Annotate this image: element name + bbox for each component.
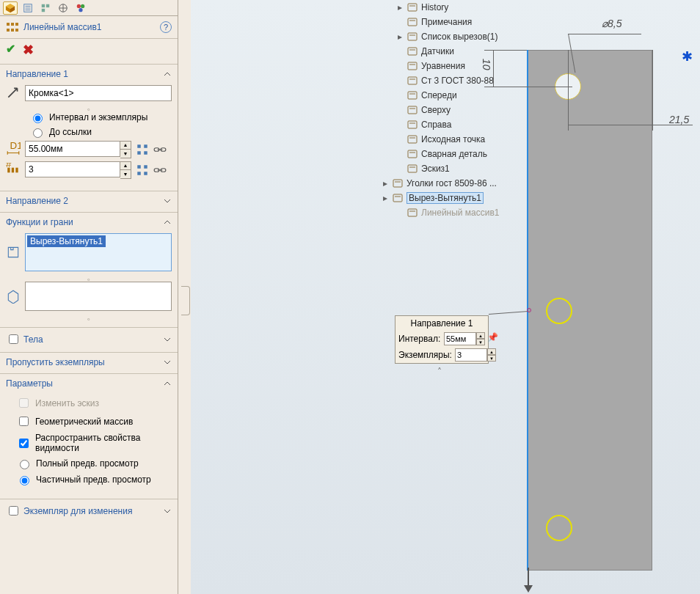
tree-expand-icon[interactable]: ▸ [396,32,404,42]
direction-callout[interactable]: Направление 1 Интервал: ▲▼ Экземпляры: ▲… [395,315,489,364]
drag-handle[interactable]: ◦ [78,314,100,318]
section-params-head[interactable]: Параметры [0,374,178,392]
callout-count-up[interactable]: ▲ [487,348,496,355]
dim-ext [652,50,653,131]
tree-item[interactable]: Справа [382,117,536,132]
features-selection-box[interactable]: Вырез-Вытянуть1 [25,233,172,271]
tree-item-label: History [421,2,448,12]
cancel-button[interactable]: ✖ [23,42,34,58]
radio-interval-instances[interactable] [33,114,43,123]
chevron-up-icon [163,70,172,78]
tab-feature-manager[interactable] [3,1,18,15]
tree-item[interactable]: Ст 3 ГОСТ 380-88 [382,73,536,88]
callout-interval-down[interactable]: ▼ [476,339,485,345]
tree-item-label: Вырез-Вытянуть1 [409,193,481,203]
panel-grab-handle[interactable] [181,286,190,315]
feature-icon [6,245,21,260]
svg-point-13 [77,4,81,8]
section-skip-label: Пропустить экземпляры [6,357,163,367]
callout-collapse-icon[interactable]: ˄ [437,367,442,377]
ok-button[interactable]: ✔ [6,42,15,58]
spacing-up[interactable]: ▲ [120,142,131,150]
spacing-down[interactable]: ▼ [120,150,131,158]
count-up[interactable]: ▲ [120,162,131,170]
tree-expand-icon[interactable]: ▸ [396,2,404,12]
grid2-icon[interactable] [136,164,149,177]
callout-count-down[interactable]: ▼ [487,355,496,362]
faces-selection-box[interactable] [25,282,172,311]
tree-item[interactable]: Примечания [382,15,536,29]
dim-leader [568,34,641,34]
tab-dim-manager[interactable] [56,1,70,15]
bodies-checkbox[interactable] [9,334,18,344]
tree-expand-icon[interactable]: ▸ [382,178,389,188]
pin-icon[interactable]: 📌 [487,332,498,342]
svg-rect-26 [144,151,147,155]
panel-tabs [0,0,178,16]
spacing-input[interactable] [25,141,120,157]
radio-up-to-reference[interactable] [33,128,43,138]
tab-config-manager[interactable] [38,1,53,15]
count-down[interactable]: ▼ [120,170,131,178]
direction-edge-input[interactable] [25,85,172,101]
palette-icon [76,3,86,13]
section-bodies-head[interactable]: Тела [0,328,178,349]
tree-item[interactable]: Спереди [382,88,536,103]
callout-anchor-point[interactable] [527,308,531,312]
tree-item[interactable]: Уравнения [382,59,536,73]
graphics-viewport[interactable]: ▸HistoryПримечания▸Список вырезов(1)Датч… [191,0,700,594]
tree-item[interactable]: Сварная деталь [382,147,536,161]
svg-rect-48 [408,48,417,55]
tree-item[interactable]: Исходная точка [382,132,536,147]
section-direction2-head[interactable]: Направление 2 [0,191,178,209]
tree-item[interactable]: ▸History [382,0,536,15]
section-features-body: Вырез-Вытянуть1 ◦ ◦ [0,233,178,324]
link2-icon[interactable] [153,164,167,177]
section-features-head[interactable]: Функции и грани [0,213,178,230]
tree-item-label: Уравнения [421,61,465,71]
partial-preview-radio[interactable] [20,476,29,485]
callout-interval-input[interactable] [444,332,476,345]
link-icon[interactable] [153,143,167,156]
tree-node-icon [406,89,418,101]
count-input[interactable] [25,161,120,177]
callout-count-label: Экземпляры: [398,350,452,360]
callout-count-input[interactable] [455,348,487,362]
full-preview-radio[interactable] [20,460,29,469]
drag-handle[interactable]: ◦ [78,274,100,279]
dim-line-v [493,50,494,87]
propagate-vis-checkbox[interactable] [19,439,29,448]
feature-selected-item[interactable]: Вырез-Вытянуть1 [27,235,106,247]
geom-array-checkbox[interactable] [19,417,29,426]
reverse-direction-icon[interactable] [6,86,21,100]
instmod-checkbox[interactable] [9,506,18,516]
section-direction1-head[interactable]: Направление 1 [0,65,178,82]
section-skip-head[interactable]: Пропустить экземпляры [0,353,178,370]
tree-item[interactable]: Эскиз1 [382,161,536,176]
tree-item[interactable]: Линейный массив1 [382,205,536,220]
tree-item[interactable]: ▸Вырез-Вытянуть1 [382,191,536,205]
svg-marker-73 [524,585,533,593]
svg-rect-50 [408,62,417,70]
drag-handle[interactable]: ◦ [78,104,100,109]
help-icon[interactable]: ? [160,21,172,33]
grid-icon[interactable] [136,143,149,156]
direction-arrow-icon: ✱ [682,48,693,65]
dim-ext [484,50,527,51]
callout-interval-up[interactable]: ▲ [476,332,485,339]
tree-item[interactable]: ▸Уголки гост 8509-86 ... [382,176,536,191]
tree-item[interactable]: Сверху [382,103,536,117]
tab-property-manager[interactable] [21,1,35,15]
tree-expand-icon[interactable]: ▸ [382,193,389,203]
direction-arrow-down-icon [522,568,534,593]
section-direction2-label: Направление 2 [6,196,163,206]
tab-display-manager[interactable] [73,1,88,15]
geom-array-label: Геометрический массив [35,417,133,427]
tree-item[interactable]: ▸Список вырезов(1) [382,29,536,44]
section-instmod-label: Экземпляр для изменения [23,506,163,516]
svg-rect-54 [408,92,417,99]
svg-rect-42 [408,4,417,11]
tree-node-icon [406,207,418,219]
tree-item[interactable]: Датчики [382,44,536,59]
section-instmod-head[interactable]: Экземпляр для изменения [0,499,178,521]
